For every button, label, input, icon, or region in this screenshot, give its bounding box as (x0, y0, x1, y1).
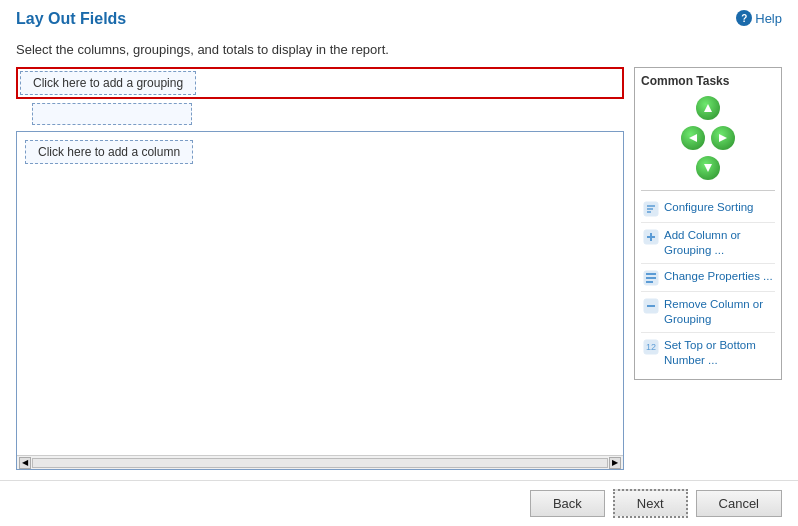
add-grouping-button[interactable]: Click here to add a grouping (20, 71, 196, 95)
task-change-properties[interactable]: Change Properties ... (641, 264, 775, 292)
task-set-top-bottom[interactable]: 12 Set Top or BottomNumber ... (641, 333, 775, 373)
cancel-button[interactable]: Cancel (696, 490, 782, 517)
configure-sorting-label: Configure Sorting (664, 200, 754, 215)
add-column-grouping-icon (643, 229, 659, 245)
arrow-row-top (694, 94, 722, 122)
remove-column-grouping-label: Remove Column orGrouping (664, 297, 763, 327)
grouping-placeholder (32, 103, 192, 125)
arrow-row-bottom (694, 154, 722, 182)
column-scrollbar: ◀ ▶ (17, 455, 623, 469)
configure-sorting-icon (643, 201, 659, 217)
arrow-down-button[interactable] (694, 154, 722, 182)
arrow-nav (641, 94, 775, 182)
change-properties-icon (643, 270, 659, 286)
svg-rect-13 (646, 277, 656, 279)
scroll-track[interactable] (32, 458, 608, 468)
task-remove-column-grouping[interactable]: Remove Column orGrouping (641, 292, 775, 333)
column-area: Click here to add a column ◀ ▶ (16, 131, 624, 470)
tasks-divider (641, 190, 775, 191)
help-label: Help (755, 11, 782, 26)
footer: Back Next Cancel (0, 480, 798, 526)
arrow-row-middle (679, 124, 737, 152)
page-container: Lay Out Fields ? Help Select the columns… (0, 0, 798, 526)
change-properties-label: Change Properties ... (664, 269, 773, 284)
scroll-left-arrow[interactable]: ◀ (19, 457, 31, 469)
scroll-right-arrow[interactable]: ▶ (609, 457, 621, 469)
content-area: Click here to add a grouping Click here … (0, 57, 798, 480)
arrow-down-circle (696, 156, 720, 180)
arrow-left-circle (681, 126, 705, 150)
remove-column-grouping-icon (643, 298, 659, 314)
svg-text:12: 12 (646, 342, 656, 352)
arrow-right-button[interactable] (709, 124, 737, 152)
common-tasks-box: Common Tasks (634, 67, 782, 380)
header: Lay Out Fields ? Help (0, 0, 798, 34)
svg-marker-2 (719, 134, 727, 142)
page-title: Lay Out Fields (16, 10, 126, 27)
add-column-grouping-label: Add Column orGrouping ... (664, 228, 741, 258)
column-content (17, 172, 623, 469)
grouping-btn-wrapper: Click here to add a grouping (16, 67, 624, 99)
left-panel: Click here to add a grouping Click here … (16, 67, 624, 470)
task-add-column-grouping[interactable]: Add Column orGrouping ... (641, 223, 775, 264)
back-button[interactable]: Back (530, 490, 605, 517)
svg-rect-12 (646, 273, 656, 275)
set-top-bottom-label: Set Top or BottomNumber ... (664, 338, 756, 368)
right-panel: Common Tasks (634, 67, 782, 470)
set-top-bottom-icon: 12 (643, 339, 659, 355)
arrow-up-button[interactable] (694, 94, 722, 122)
svg-marker-3 (704, 164, 712, 172)
task-configure-sorting[interactable]: Configure Sorting (641, 195, 775, 223)
subtitle: Select the columns, groupings, and total… (0, 34, 798, 57)
help-icon: ? (736, 10, 752, 26)
next-button[interactable]: Next (613, 489, 688, 518)
svg-rect-14 (646, 281, 653, 283)
arrow-right-circle (711, 126, 735, 150)
add-column-button[interactable]: Click here to add a column (25, 140, 193, 164)
help-link[interactable]: ? Help (736, 10, 782, 26)
grouping-area: Click here to add a grouping (16, 67, 624, 125)
arrow-up-circle (696, 96, 720, 120)
svg-marker-0 (704, 104, 712, 112)
arrow-left-button[interactable] (679, 124, 707, 152)
common-tasks-title: Common Tasks (641, 74, 775, 88)
svg-marker-1 (689, 134, 697, 142)
